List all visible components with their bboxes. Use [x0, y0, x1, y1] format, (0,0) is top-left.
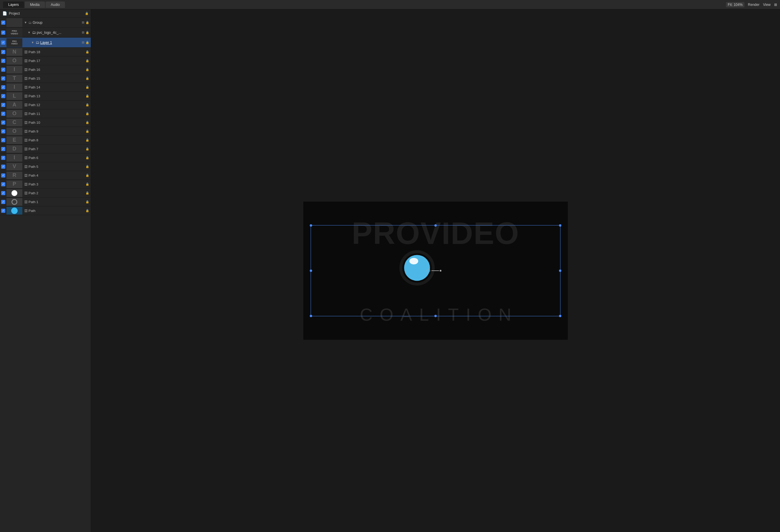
- checkbox-path11[interactable]: [0, 112, 6, 116]
- fit-control[interactable]: Fit: 104%: [726, 2, 744, 7]
- path-row-7[interactable]: D 🖼 Path 7 🔒: [0, 145, 91, 153]
- path-row-5[interactable]: V 🖼 Path 5 🔒: [0, 162, 91, 171]
- tab-media[interactable]: Media: [25, 1, 45, 8]
- layer-name-path18: Path 18: [29, 50, 86, 54]
- thumb-path6: I: [6, 154, 22, 162]
- layer-name-group: Group: [33, 20, 82, 25]
- path-row-11[interactable]: O 🖼 Path 11 🔒: [0, 109, 91, 118]
- path-row-16[interactable]: I 🖼 Path 16 🔒: [0, 65, 91, 74]
- checkbox-path0[interactable]: [0, 209, 6, 213]
- thumb-path11: O: [6, 110, 22, 117]
- layer-name-path4: Path 4: [29, 174, 86, 177]
- handle-ml[interactable]: [310, 270, 312, 272]
- path-row-15[interactable]: T 🖼 Path 15 🔒: [0, 74, 91, 83]
- fullscreen-icon[interactable]: ⊞: [774, 3, 777, 7]
- layer-name-path14: Path 14: [29, 86, 86, 89]
- checkbox-group[interactable]: [0, 20, 6, 25]
- checkbox-path9[interactable]: [0, 129, 6, 134]
- thumb-path3: P: [6, 181, 22, 188]
- canvas-area: PROVIDEO COALITION: [91, 9, 780, 532]
- thumb-path1: [6, 198, 22, 206]
- checkbox-path5[interactable]: [0, 164, 6, 169]
- tab-audio[interactable]: Audio: [46, 1, 65, 8]
- checkbox-path4[interactable]: [0, 174, 6, 178]
- checkbox-path12[interactable]: [0, 103, 6, 107]
- lock-path6: 🔒: [86, 156, 89, 159]
- lock-path10: 🔒: [86, 121, 89, 124]
- image-icon-path10: 🖼: [25, 121, 28, 124]
- path-row-2[interactable]: 🖼 Path 2 🔒: [0, 189, 91, 197]
- path-row-10[interactable]: C 🖼 Path 10 🔒: [0, 118, 91, 127]
- lock-icon-pvclogo: 🔒: [86, 31, 89, 34]
- checkbox-path18[interactable]: [0, 50, 6, 54]
- checkbox-layer1[interactable]: [0, 41, 6, 45]
- thumb-path0: [6, 207, 22, 214]
- lock-path14: 🔒: [86, 86, 89, 89]
- path-row-0[interactable]: 🖼 Path 🔒: [0, 206, 91, 215]
- image-icon-path17: 🖼: [25, 59, 28, 63]
- layer-name-path11: Path 11: [29, 112, 86, 115]
- checkbox-path14[interactable]: [0, 85, 6, 89]
- collapse-group[interactable]: ▼: [23, 21, 28, 24]
- view-button[interactable]: View: [763, 3, 771, 7]
- image-icon-path8: 🖼: [25, 138, 28, 142]
- lens-outer-ring: [399, 250, 435, 285]
- thumb-layer1: PROVIDEO: [6, 38, 22, 47]
- top-bar: Layers Media Audio Fit: 104% Render View…: [0, 0, 780, 9]
- thumb-path14: I: [6, 84, 22, 91]
- path-row-13[interactable]: L 🖼 Path 13 🔒: [0, 92, 91, 100]
- checkbox-path6[interactable]: [0, 156, 6, 160]
- path-row-18[interactable]: N 🖼 Path 18 🔒: [0, 48, 91, 56]
- checkbox-pvclogo[interactable]: [0, 31, 6, 35]
- folder-icon-pvclogo: 🗂: [32, 30, 36, 35]
- layer-name-path13: Path 13: [29, 94, 86, 98]
- checkbox-path7[interactable]: [0, 147, 6, 151]
- project-row: 📄 Project 🔒: [0, 9, 91, 18]
- layer-name-path9: Path 9: [29, 130, 86, 133]
- collapse-layer1[interactable]: ▼: [31, 41, 35, 44]
- tab-bar: Layers Media Audio: [3, 1, 65, 8]
- path-row-17[interactable]: O 🖼 Path 17 🔒: [0, 56, 91, 65]
- checkbox-path10[interactable]: [0, 120, 6, 125]
- checkbox-path13[interactable]: [0, 94, 6, 98]
- lock-path12: 🔒: [86, 103, 89, 106]
- checkbox-path16[interactable]: [0, 67, 6, 72]
- image-icon-path4: 🖼: [25, 174, 28, 177]
- path-row-14[interactable]: I 🖼 Path 14 🔒: [0, 83, 91, 92]
- render-button[interactable]: Render: [748, 3, 760, 7]
- checkbox-path1[interactable]: [0, 200, 6, 204]
- checkbox-path3[interactable]: [0, 182, 6, 186]
- layer-row-pvclogo[interactable]: PROVIDEO ▼ 🗂 pvc_logo_4c_... ⊞ 🔒: [0, 28, 91, 38]
- image-icon-path12: 🖼: [25, 103, 28, 107]
- layer-name-path0: Path: [29, 209, 86, 212]
- tab-layers[interactable]: Layers: [3, 1, 24, 8]
- path-row-3[interactable]: P 🖼 Path 3 🔒: [0, 180, 91, 189]
- checkbox-path8[interactable]: [0, 138, 6, 142]
- checkbox-path17[interactable]: [0, 59, 6, 63]
- path-row-6[interactable]: I 🖼 Path 6 🔒: [0, 153, 91, 162]
- layer-row-layer1[interactable]: PROVIDEO ▼ 🗂 Layer 1 ⊞ 🔒: [0, 38, 91, 48]
- layer-name-path1: Path 1: [29, 200, 86, 204]
- collapse-pvclogo[interactable]: ▼: [27, 31, 31, 34]
- path-row-1[interactable]: 🖼 Path 1 🔒: [0, 197, 91, 206]
- thumb-path2: [6, 189, 22, 197]
- lock-path15: 🔒: [86, 77, 89, 80]
- image-icon-path14: 🖼: [25, 86, 28, 89]
- logo-canvas: PROVIDEO COALITION: [303, 202, 568, 340]
- image-icon-path11: 🖼: [25, 112, 28, 115]
- path-row-9[interactable]: O 🖼 Path 9 🔒: [0, 127, 91, 136]
- layer-name-path10: Path 10: [29, 121, 86, 124]
- image-icon-path2: 🖼: [25, 191, 28, 195]
- layer-name-path7: Path 7: [29, 147, 86, 151]
- path-row-12[interactable]: A 🖼 Path 12 🔒: [0, 100, 91, 109]
- layer-name-layer1: Layer 1: [40, 41, 82, 45]
- image-icon-path6: 🖼: [25, 156, 28, 160]
- layer-name-path12: Path 12: [29, 103, 86, 107]
- layer-row-group[interactable]: ▼ 🗂 Group ⊞ 🔒: [0, 18, 91, 28]
- path-row-4[interactable]: R 🖼 Path 4 🔒: [0, 171, 91, 180]
- checkbox-path15[interactable]: [0, 77, 6, 81]
- path-row-8[interactable]: E 🖼 Path 8 🔒: [0, 136, 91, 145]
- handle-mr[interactable]: [559, 270, 562, 272]
- checkbox-path2[interactable]: [0, 191, 6, 195]
- lens-inner-blue: [404, 255, 430, 281]
